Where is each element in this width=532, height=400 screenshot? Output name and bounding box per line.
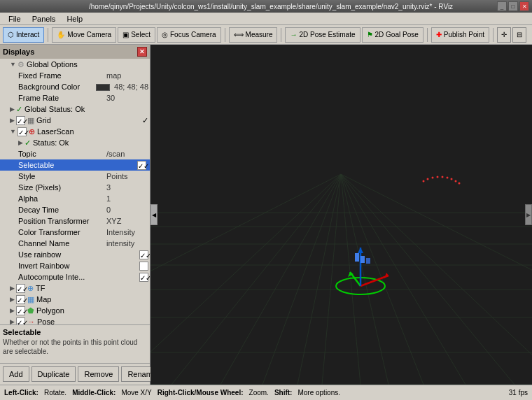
add-button[interactable]: Add xyxy=(3,366,29,382)
expand-icon: ▼ xyxy=(10,128,16,135)
window-controls[interactable]: _ □ ✕ xyxy=(497,1,529,11)
move-camera-button[interactable]: ✋ Move Camera xyxy=(52,27,116,43)
prop-invert-rainbow[interactable]: Invert Rainbow xyxy=(0,260,150,271)
prop-autocompute[interactable]: Autocompute Inte... ✓ xyxy=(0,271,150,283)
laserscan-check[interactable]: ✓ xyxy=(18,127,27,136)
prop-key: Alpha xyxy=(18,194,106,203)
prop-alpha[interactable]: Alpha 1 xyxy=(0,193,150,204)
panel-collapse-handle[interactable]: ◀ xyxy=(150,204,158,225)
prop-bg-color[interactable]: Background Color 48; 48; 48 xyxy=(0,81,150,92)
laserscan-icon: ⊕ xyxy=(29,127,35,136)
tree-item-laserscan[interactable]: ▼ ✓ ⊕ LaserScan xyxy=(0,126,150,137)
displays-tree[interactable]: ▼ ⚙ Global Options Fixed Frame map Backg… xyxy=(0,59,150,324)
3d-viewport[interactable]: ▶ xyxy=(150,45,532,385)
left-click-key: Left-Click: xyxy=(4,389,38,397)
expand-icon: ▶ xyxy=(10,285,15,292)
prop-key: Style xyxy=(18,172,106,180)
invert-check[interactable] xyxy=(139,262,148,271)
prop-key: Autocompute Inte... xyxy=(18,273,139,281)
tf-check[interactable]: ✓ xyxy=(16,284,25,293)
selectable-check[interactable]: ✓ xyxy=(137,161,146,170)
pose-check[interactable]: ✓ xyxy=(16,317,25,325)
prop-key: Decay Time xyxy=(18,206,106,214)
prop-decay[interactable]: Decay Time 0 xyxy=(0,204,150,215)
displays-title: Displays xyxy=(3,48,34,56)
info-title: Selectable xyxy=(3,328,147,336)
interact-button[interactable]: ⬡ Interact xyxy=(3,27,44,43)
right-collapse-handle[interactable]: ▶ xyxy=(525,204,532,225)
map-check[interactable]: ✓ xyxy=(16,295,25,304)
tree-item-pose[interactable]: ▶ ✓ → Pose xyxy=(0,316,150,324)
measure-icon: ⟺ xyxy=(234,31,244,38)
selectable-label: Selectable xyxy=(18,161,137,169)
polygon-icon: ⬟ xyxy=(27,306,34,315)
prop-val: map xyxy=(106,71,148,80)
svg-point-24 xyxy=(427,178,429,180)
prop-val: 30 xyxy=(106,94,148,102)
maximize-button[interactable]: □ xyxy=(508,1,518,11)
move-camera-label: Move Camera xyxy=(67,31,111,38)
global-options-label: Global Options xyxy=(27,60,148,69)
svg-point-28 xyxy=(447,177,449,179)
prop-rainbow[interactable]: Use rainbow ✓ xyxy=(0,249,150,260)
svg-rect-0 xyxy=(150,45,532,385)
menu-file[interactable]: File xyxy=(3,13,27,24)
toolbar-separator-5 xyxy=(493,28,493,42)
prop-channel[interactable]: Channel Name intensity xyxy=(0,238,150,249)
close-button[interactable]: ✕ xyxy=(519,1,529,11)
select-button[interactable]: ▣ Select xyxy=(118,27,155,43)
measure-button[interactable]: ⟺ Measure xyxy=(229,27,278,43)
expand-icon: ▶ xyxy=(10,117,15,124)
extra-button-1[interactable]: ✛ xyxy=(497,27,511,43)
toolbar: ⬡ Interact ✋ Move Camera ▣ Select ◎ Focu… xyxy=(0,25,532,45)
prop-frame-rate[interactable]: Frame Rate 30 xyxy=(0,92,150,103)
tree-item-map[interactable]: ▶ ✓ ▦ Map xyxy=(0,294,150,305)
svg-rect-40 xyxy=(360,256,365,263)
remove-button[interactable]: Remove xyxy=(78,366,119,382)
focus-camera-button[interactable]: ◎ Focus Camera xyxy=(157,27,221,43)
tree-item-ls-status[interactable]: ▶ ✓ Status: Ok xyxy=(0,137,150,148)
extra-button-2[interactable]: ⊟ xyxy=(512,27,526,43)
goal-pose-button[interactable]: ⚑ 2D Goal Pose xyxy=(362,27,424,43)
expand-icon: ▶ xyxy=(10,307,15,314)
grid-svg xyxy=(150,45,532,385)
tf-label: TF xyxy=(36,284,148,292)
prop-fixed-frame[interactable]: Fixed Frame map xyxy=(0,70,150,81)
prop-position-tf[interactable]: Position Transformer XYZ xyxy=(0,215,150,227)
tree-item-selectable[interactable]: Selectable ✓ xyxy=(0,159,150,171)
minimize-button[interactable]: _ xyxy=(497,1,507,11)
prop-key: Channel Name xyxy=(18,239,106,248)
color-swatch xyxy=(96,84,110,91)
polygon-check[interactable]: ✓ xyxy=(16,306,25,315)
grid-check[interactable]: ✓ xyxy=(16,116,25,125)
tree-item-tf[interactable]: ▶ ✓ ⊕ TF xyxy=(0,283,150,294)
pose-estimate-button[interactable]: → 2D Pose Estimate xyxy=(285,27,360,43)
close-displays-button[interactable]: ✕ xyxy=(137,47,147,57)
autocompute-check[interactable]: ✓ xyxy=(139,273,148,282)
menu-panels[interactable]: Panels xyxy=(27,13,62,24)
tree-item-global-status[interactable]: ▶ ✓ Global Status: Ok xyxy=(0,103,150,115)
prop-style[interactable]: Style Points xyxy=(0,171,150,182)
prop-color-tf[interactable]: Color Transformer Intensity xyxy=(0,227,150,238)
laserscan-label: LaserScan xyxy=(37,127,148,136)
duplicate-button[interactable]: Duplicate xyxy=(31,366,76,382)
publish-point-button[interactable]: ✚ Publish Point xyxy=(431,27,489,43)
tree-item-grid[interactable]: ▶ ✓ ▦ Grid ✓ xyxy=(0,115,150,126)
rainbow-check[interactable]: ✓ xyxy=(139,250,148,259)
pose-estimate-label: 2D Pose Estimate xyxy=(299,31,355,38)
prop-size[interactable]: Size (Pixels) 3 xyxy=(0,182,150,193)
select-icon: ▣ xyxy=(122,31,129,38)
info-description: Whether or not the points in this point … xyxy=(3,338,147,356)
publish-point-icon: ✚ xyxy=(436,31,442,38)
tree-item-global-options[interactable]: ▼ ⚙ Global Options xyxy=(0,59,150,70)
prop-ls-topic[interactable]: Topic /scan xyxy=(0,148,150,159)
svg-point-26 xyxy=(437,176,439,178)
tf-icon: ⊕ xyxy=(27,284,34,293)
toolbar-separator-1 xyxy=(48,28,48,42)
menu-help[interactable]: Help xyxy=(61,13,88,24)
prop-key: Size (Pixels) xyxy=(18,183,106,192)
prop-key: Background Color xyxy=(18,83,96,91)
prop-key: Color Transformer xyxy=(18,228,106,236)
tree-item-polygon[interactable]: ▶ ✓ ⬟ Polygon xyxy=(0,305,150,316)
map-label: Map xyxy=(36,295,148,303)
